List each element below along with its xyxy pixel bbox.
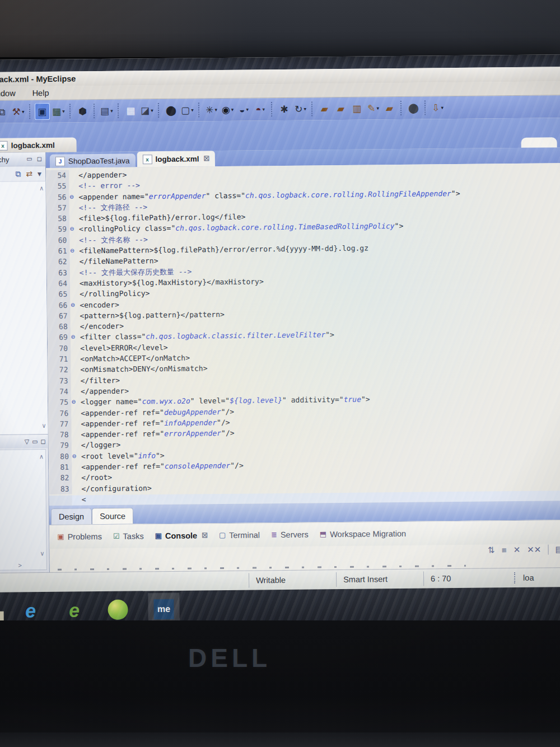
- scroll-right-icon[interactable]: >: [18, 562, 22, 568]
- run-icon[interactable]: ◉▾: [220, 101, 235, 118]
- workspace-migration-icon: ⬒: [320, 530, 326, 538]
- dropdown-caret-icon[interactable]: ▾: [110, 108, 113, 113]
- fold-collapse-icon[interactable]: ⊖: [72, 451, 81, 461]
- line-number: 70: [48, 343, 71, 354]
- bug-icon[interactable]: ✱: [277, 101, 292, 118]
- minimize-icon[interactable]: ▭: [32, 438, 38, 445]
- line-number: 61: [46, 246, 69, 257]
- menu-window[interactable]: indow: [0, 89, 16, 98]
- editor-tab-logback-xml[interactable]: xlogback.xml☒: [137, 151, 215, 167]
- fold-collapse-icon[interactable]: ⊖: [70, 300, 79, 310]
- debug-perspective-icon[interactable]: ✳▾: [204, 101, 219, 118]
- coverage-icon[interactable]: ◓▾: [253, 101, 268, 118]
- mode-tab-design[interactable]: Design: [51, 508, 92, 525]
- publish-folder-icon[interactable]: ▰: [382, 100, 397, 116]
- terminal-view-icon[interactable]: ▢▾: [180, 101, 195, 118]
- code-text: <root level="info">: [81, 450, 165, 462]
- view-menu-icon[interactable]: ▾: [38, 169, 41, 178]
- open-perspective-icon[interactable]: ▣: [35, 103, 50, 120]
- view-menu-icon[interactable]: ▽: [25, 438, 30, 445]
- import-download-icon[interactable]: ⇩▾: [430, 99, 445, 116]
- archive-folder-icon[interactable]: ▥: [349, 100, 365, 117]
- data-table-icon[interactable]: ▦: [123, 102, 138, 119]
- scroll-down-icon[interactable]: ∨: [40, 550, 44, 557]
- console-tab-label: Servers: [281, 530, 309, 539]
- app-server-icon[interactable]: ▤▾: [99, 102, 114, 119]
- editor-tab-label: logback.xml: [155, 155, 199, 164]
- maximize-icon[interactable]: ◻: [40, 438, 45, 445]
- edit-fragment-icon[interactable]: ⧉: [0, 104, 10, 120]
- menu-help[interactable]: Help: [32, 88, 49, 97]
- dropdown-caret-icon[interactable]: ▾: [22, 109, 25, 114]
- link-with-editor-icon[interactable]: ⇄: [26, 169, 32, 178]
- dropdown-caret-icon[interactable]: ▾: [214, 108, 217, 113]
- fold-gutter: [71, 408, 80, 418]
- dropdown-caret-icon[interactable]: ▾: [304, 106, 306, 111]
- layered-pages-icon[interactable]: ⧉: [15, 169, 21, 179]
- lower-panel-body[interactable]: ∧ ∨ >: [0, 449, 47, 571]
- refresh-icon[interactable]: ↻▾: [293, 101, 308, 118]
- scroll-up-icon[interactable]: ∧: [39, 185, 44, 192]
- console-tab-workspace-migration[interactable]: ⬒Workspace Migration: [320, 529, 406, 538]
- remove-all-icon[interactable]: ✕✕: [527, 544, 541, 554]
- minimize-icon[interactable]: ▭: [25, 156, 34, 163]
- code-text: </appender>: [78, 170, 127, 181]
- fold-collapse-icon[interactable]: ⊖: [69, 246, 78, 256]
- console-tab-tasks[interactable]: ☑Tasks: [113, 531, 144, 541]
- annotate-icon[interactable]: ✎▾: [366, 100, 381, 116]
- console-tab-console[interactable]: ▣Console☒: [155, 531, 208, 540]
- code-text: <encoder>: [79, 299, 119, 310]
- open-folder-icon[interactable]: ▰: [317, 100, 332, 117]
- show-view-grid-icon[interactable]: ▦▾: [51, 103, 66, 120]
- brand-logo: DELL: [188, 643, 278, 673]
- dropdown-caret-icon[interactable]: ▾: [246, 107, 249, 112]
- dropdown-caret-icon[interactable]: ▾: [441, 105, 444, 110]
- scroll-up-icon[interactable]: ∧: [39, 453, 44, 460]
- import-folder-icon[interactable]: ▰: [333, 100, 348, 117]
- console-tab-terminal[interactable]: ▢Terminal: [219, 530, 260, 540]
- code-text: <appender-ref ref="infoAppender"/>: [80, 417, 230, 429]
- console-tab-problems[interactable]: ▣Problems: [57, 532, 102, 541]
- servers-icon: ≣: [271, 530, 277, 539]
- stop-server-icon[interactable]: ⬢: [75, 102, 90, 119]
- dropdown-caret-icon[interactable]: ▾: [191, 108, 194, 113]
- open-log-icon[interactable]: ▤: [555, 544, 560, 554]
- console-icon: ▣: [155, 531, 162, 540]
- line-number: 68: [48, 321, 71, 333]
- fold-collapse-icon[interactable]: ⊖: [71, 397, 80, 408]
- terminate-icon[interactable]: ■: [502, 545, 507, 554]
- debug-icon[interactable]: ◒▾: [236, 101, 251, 118]
- mode-tab-source[interactable]: Source: [92, 507, 133, 524]
- console-tab-label: Workspace Migration: [330, 529, 406, 538]
- maximize-icon[interactable]: ◻: [35, 156, 44, 163]
- xml-source-editor[interactable]: 54</appender>55<!-- error -->56⊖<appende…: [46, 163, 560, 496]
- console-tab-servers[interactable]: ≣Servers: [271, 530, 309, 539]
- terminal-icon: ▢: [219, 531, 226, 539]
- dropdown-caret-icon[interactable]: ▾: [376, 106, 379, 111]
- fast-view-tab-logback[interactable]: x logback.xml: [0, 137, 77, 152]
- toolbar-separator: [69, 104, 72, 119]
- deploy-project-icon[interactable]: ◪▾: [139, 102, 155, 119]
- dropdown-caret-icon[interactable]: ▾: [62, 109, 65, 114]
- code-text: </encoder>: [80, 321, 124, 332]
- close-icon[interactable]: ☒: [202, 531, 208, 539]
- fold-gutter: [72, 483, 81, 494]
- web-browser-icon[interactable]: ⬤: [164, 102, 179, 119]
- scroll-down-icon[interactable]: ∨: [41, 422, 46, 429]
- fold-collapse-icon[interactable]: ⊖: [71, 332, 80, 343]
- dropdown-caret-icon[interactable]: ▾: [151, 108, 153, 113]
- dropdown-caret-icon[interactable]: ▾: [231, 107, 234, 112]
- scroll-lock-icon[interactable]: ⇅: [488, 545, 495, 555]
- hierarchy-tree[interactable]: ∧ ∨: [0, 181, 48, 435]
- workbench-tool-icon[interactable]: ⚒▾: [11, 103, 26, 120]
- dropdown-caret-icon[interactable]: ▾: [262, 107, 265, 112]
- fold-collapse-icon[interactable]: ⊖: [69, 224, 78, 235]
- console-tab-label: Tasks: [123, 531, 143, 540]
- remove-launch-icon[interactable]: ✕: [514, 544, 521, 554]
- search-icon[interactable]: ⬤: [406, 100, 421, 116]
- fold-collapse-icon[interactable]: ⊖: [69, 192, 78, 202]
- toolbar-separator: [29, 104, 31, 119]
- editor-tab-shopdaotest-java[interactable]: JShopDaoTest.java: [50, 153, 136, 167]
- close-icon[interactable]: ☒: [203, 155, 209, 162]
- fold-gutter: [71, 321, 80, 332]
